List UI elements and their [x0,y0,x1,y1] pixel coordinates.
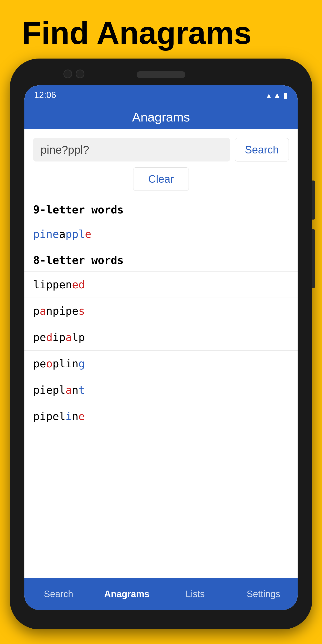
status-time: 12:06 [34,90,56,100]
status-icons: ▴ ▲ ▮ [267,90,288,100]
word-segment: g [78,357,85,370]
clear-row: Clear [24,162,298,196]
word-segment: lp [72,331,85,344]
word-item-pineapple[interactable]: pineapple [24,221,298,247]
content-scroll[interactable]: Search Clear 9-letter words pineapple 8-… [24,129,298,610]
nav-label-settings: Settings [246,589,280,599]
search-row: Search [24,129,298,162]
nav-label-search: Search [44,589,73,599]
status-bar: 12:06 ▴ ▲ ▮ [24,86,298,105]
word-segment: ed [72,278,85,291]
phone-wrapper: 12:06 ▴ ▲ ▮ Anagrams Search [10,58,312,629]
section-header-8: 8-letter words [24,247,298,271]
phone-shell: 12:06 ▴ ▲ ▮ Anagrams Search [10,58,312,629]
app-bar-title: Anagrams [132,110,190,124]
page-title: Find Anagrams [22,15,252,51]
word-item-pieplant[interactable]: pieplant [24,377,298,403]
search-button[interactable]: Search [235,138,289,162]
word-segment: a [59,228,66,240]
nav-item-search[interactable]: Search [24,578,93,610]
section-header-9: 9-letter words [24,196,298,221]
screen-inner: 12:06 ▴ ▲ ▮ Anagrams Search [24,86,298,610]
nav-item-anagrams[interactable]: Anagrams [93,578,161,610]
phone-camera-right [76,70,84,78]
word-segment: pipel [33,410,66,422]
signal-icon: ▲ [273,91,281,100]
word-segment: o [46,357,53,370]
word-segment: ppl [66,228,85,240]
nav-label-anagrams: Anagrams [104,589,150,599]
word-segment: a [66,331,72,344]
nav-item-settings[interactable]: Settings [229,578,298,610]
phone-camera-left [64,70,72,78]
word-segment: pine [33,228,59,240]
phone-btn-right [312,180,315,220]
word-segment: e [85,228,92,240]
word-segment: a [40,305,46,317]
word-segment: piepl [33,384,66,396]
word-item-lippened[interactable]: lippened [24,271,298,298]
phone-screen: 12:06 ▴ ▲ ▮ Anagrams Search [24,86,298,610]
word-segment: s [78,305,85,317]
clear-button[interactable]: Clear [133,167,188,191]
word-item-pedipalp[interactable]: pedipalp [24,324,298,350]
word-segment: i [66,410,72,422]
word-segment: plin [52,357,78,370]
word-segment: pe [33,357,46,370]
bottom-nav: Search Anagrams Lists Settings [24,578,298,610]
nav-item-lists[interactable]: Lists [161,578,229,610]
word-item-pipeline[interactable]: pipeline [24,403,298,429]
app-bar: Anagrams [24,105,298,129]
word-segment: n [72,410,78,422]
search-input[interactable] [33,138,230,162]
word-item-panpipes[interactable]: panpipes [24,298,298,324]
word-segment: e [78,410,85,422]
word-segment: npipe [46,305,78,317]
battery-icon: ▮ [284,90,288,100]
phone-speaker [136,71,186,78]
word-segment: t [78,384,85,396]
word-segment: ip [52,331,66,344]
word-segment: n [72,384,78,396]
nav-label-lists: Lists [186,589,205,599]
word-segment: pe [33,331,46,344]
word-item-peopling[interactable]: peopling [24,350,298,377]
phone-btn-right2 [312,229,315,288]
word-segment: lippen [33,278,72,291]
wifi-icon: ▴ [267,90,271,100]
word-segment: a [66,384,72,396]
word-segment: d [46,331,53,344]
word-segment: p [33,305,40,317]
